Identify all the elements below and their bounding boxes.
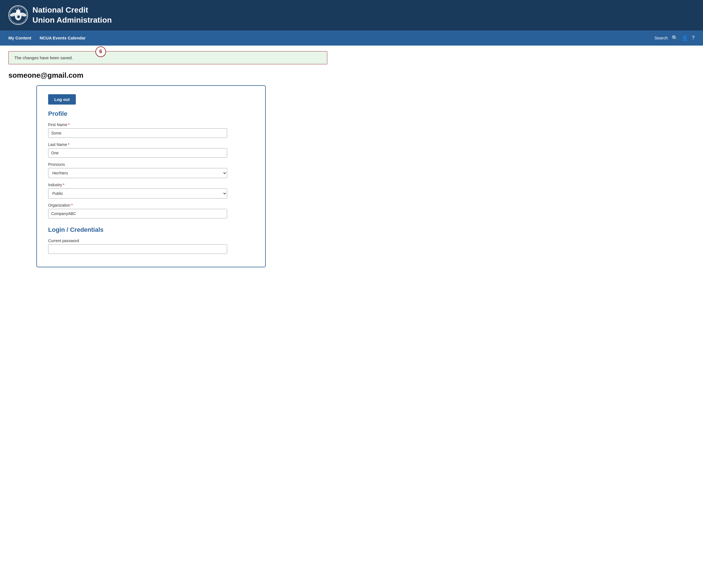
logout-button[interactable]: Log out	[48, 94, 76, 104]
organization-input[interactable]	[48, 209, 227, 219]
success-banner: The changes have been saved. 6	[8, 51, 327, 64]
industry-select[interactable]: Public Private Non-profit Government Oth…	[48, 188, 227, 198]
site-title: National Credit Union Administration	[32, 5, 112, 25]
main-content: The changes have been saved. 6 someone@g…	[0, 46, 336, 278]
pronouns-label: Pronouns	[48, 162, 254, 167]
pronouns-field-group: Pronouns Her/Hers He/Him They/Them Prefe…	[48, 162, 254, 178]
navbar-events-calendar[interactable]: NCUA Events Calendar	[40, 31, 86, 45]
svg-point-8	[15, 9, 16, 10]
last-name-field-group: Last Name*	[48, 142, 254, 158]
industry-label: Industry*	[48, 183, 254, 187]
credentials-section-title: Login / Credentials	[48, 226, 254, 234]
search-icon[interactable]: 🔍	[672, 35, 678, 41]
profile-section-title: Profile	[48, 110, 254, 117]
success-message: The changes have been saved.	[14, 55, 73, 60]
main-navbar: My Content NCUA Events Calendar Search 🔍…	[0, 30, 703, 46]
industry-field-group: Industry* Public Private Non-profit Gove…	[48, 183, 254, 198]
navbar-my-content[interactable]: My Content	[8, 31, 31, 45]
first-name-field-group: First Name*	[48, 122, 254, 138]
current-password-label: Current password	[48, 239, 254, 243]
organization-field-group: Organization*	[48, 203, 254, 219]
svg-rect-7	[16, 15, 18, 18]
first-name-input[interactable]	[48, 128, 227, 138]
current-password-input[interactable]	[48, 244, 227, 254]
last-name-input[interactable]	[48, 148, 227, 158]
current-password-field-group: Current password	[48, 239, 254, 254]
navbar-right: Search 🔍 👤 ?	[654, 35, 695, 41]
ncua-logo	[8, 5, 28, 25]
last-name-label: Last Name*	[48, 142, 254, 147]
svg-point-9	[18, 8, 19, 9]
svg-point-3	[16, 9, 20, 14]
pronouns-select[interactable]: Her/Hers He/Him They/Them Prefer not to …	[48, 168, 227, 178]
svg-point-10	[21, 9, 21, 10]
organization-label: Organization*	[48, 203, 254, 207]
search-label: Search	[654, 35, 668, 40]
user-email: someone@gmail.com	[8, 71, 327, 80]
user-icon[interactable]: 👤	[682, 35, 688, 41]
first-name-label: First Name*	[48, 122, 254, 127]
profile-card: Log out Profile First Name* Last Name* P…	[36, 85, 266, 267]
step-badge: 6	[95, 47, 106, 57]
navbar-left: My Content NCUA Events Calendar	[8, 31, 654, 45]
site-header: National Credit Union Administration	[0, 0, 703, 30]
help-icon[interactable]: ?	[692, 35, 695, 41]
